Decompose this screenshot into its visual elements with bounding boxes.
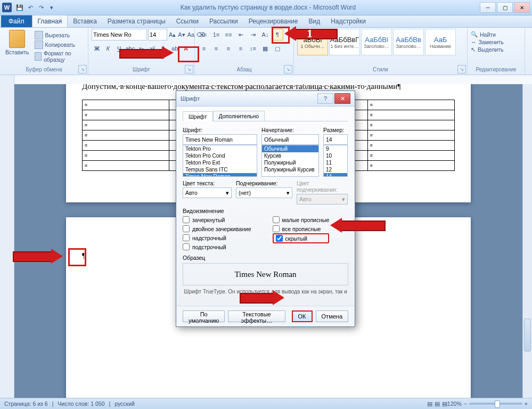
- vertical-ruler[interactable]: [0, 84, 14, 398]
- underline-select[interactable]: (нет)▾: [236, 187, 292, 198]
- list-item[interactable]: Полужирный Курсив: [262, 166, 318, 173]
- chk-smallcaps[interactable]: малые прописные: [273, 215, 330, 224]
- change-case-icon[interactable]: Aa: [187, 29, 195, 40]
- clipboard-launcher[interactable]: ↘: [78, 65, 87, 73]
- zoom-control[interactable]: 120% − +: [447, 400, 528, 407]
- list-item[interactable]: Курсив: [262, 152, 318, 159]
- chk-superscript[interactable]: надстрочный: [183, 233, 251, 242]
- vertical-scrollbar[interactable]: [522, 84, 532, 398]
- undo-icon[interactable]: ↶: [26, 3, 35, 12]
- tab-references[interactable]: Ссылки: [171, 15, 204, 27]
- cancel-button[interactable]: Отмена: [316, 310, 348, 322]
- tab-home[interactable]: Главная: [32, 15, 68, 27]
- dialog-help-button[interactable]: ?: [317, 93, 333, 104]
- styles-launcher[interactable]: ↘: [457, 65, 466, 73]
- replace-button[interactable]: ↔Заменить: [471, 39, 521, 45]
- horizontal-ruler[interactable]: [14, 75, 532, 85]
- font-name-input[interactable]: [183, 134, 257, 145]
- shading-icon[interactable]: ▦: [259, 43, 271, 54]
- justify-icon[interactable]: ≡: [235, 43, 247, 54]
- list-item[interactable]: 14: [324, 173, 347, 177]
- font-style-input[interactable]: [261, 134, 319, 145]
- dialog-close-button[interactable]: ✕: [334, 93, 350, 104]
- multilevel-icon[interactable]: ≡≡: [223, 29, 234, 40]
- tab-review[interactable]: Рецензирование: [243, 15, 304, 27]
- sort-icon[interactable]: A↓: [259, 29, 271, 40]
- bold-icon[interactable]: Ж: [92, 43, 102, 54]
- align-right-icon[interactable]: ≡: [223, 43, 234, 54]
- align-center-icon[interactable]: ≡: [210, 43, 222, 54]
- font-name-select[interactable]: [92, 29, 147, 40]
- list-item[interactable]: Tekton Pro Cond: [183, 152, 257, 159]
- italic-icon[interactable]: К: [103, 43, 113, 54]
- maximize-button[interactable]: ▢: [497, 2, 513, 13]
- borders-icon[interactable]: ▢: [272, 43, 283, 54]
- zoom-in-icon[interactable]: +: [525, 400, 528, 407]
- list-item[interactable]: Полужирный: [262, 159, 318, 166]
- tab-mailings[interactable]: Рассылки: [204, 15, 243, 27]
- qat-more-icon[interactable]: ▾: [47, 3, 56, 12]
- font-launcher[interactable]: ↘: [185, 65, 193, 73]
- status-page[interactable]: Страница: 6 из 6: [4, 400, 48, 407]
- paragraph-launcher[interactable]: ↘: [284, 65, 292, 73]
- format-painter-button[interactable]: Формат по образцу: [35, 50, 85, 63]
- chk-allcaps[interactable]: все прописные: [273, 224, 330, 233]
- numbering-icon[interactable]: 1≡: [210, 29, 222, 40]
- size-listbox[interactable]: 9 10 11 12 14: [323, 145, 348, 177]
- find-button[interactable]: 🔍Найти: [471, 31, 521, 38]
- grow-font-icon[interactable]: A▴: [168, 29, 176, 40]
- redo-icon[interactable]: ↷: [36, 3, 46, 12]
- font-color-select[interactable]: Авто▾: [183, 187, 232, 198]
- list-item[interactable]: Обычный: [262, 145, 318, 152]
- default-button[interactable]: По умолчанию: [183, 310, 225, 322]
- font-listbox[interactable]: Tekton Pro Tekton Pro Cond Tekton Pro Ex…: [183, 145, 257, 177]
- bullets-icon[interactable]: •≡: [198, 29, 210, 40]
- zoom-out-icon[interactable]: −: [464, 400, 467, 407]
- list-item[interactable]: Tekton Pro: [183, 145, 257, 152]
- view-read-icon[interactable]: ▤: [435, 400, 440, 407]
- list-item[interactable]: Tempus Sans ITC: [183, 166, 257, 173]
- style-listbox[interactable]: Обычный Курсив Полужирный Полужирный Кур…: [261, 145, 319, 177]
- tab-layout[interactable]: Разметка страницы: [102, 15, 171, 27]
- tab-view[interactable]: Вид: [303, 15, 325, 27]
- line-spacing-icon[interactable]: ↕≡: [247, 43, 259, 54]
- text-effects-button[interactable]: Текстовые эффекты…: [228, 310, 285, 322]
- chk-double-strike[interactable]: двойное зачеркивание: [183, 224, 251, 233]
- view-print-icon[interactable]: ▤: [427, 400, 432, 407]
- list-item[interactable]: 9: [324, 145, 347, 152]
- zoom-slider[interactable]: [469, 403, 522, 405]
- chk-hidden[interactable]: скрытый: [273, 233, 330, 243]
- style-heading2[interactable]: АаБбВвЗаголово…: [393, 29, 424, 55]
- paste-button[interactable]: Вставить: [3, 29, 31, 63]
- list-item[interactable]: 12: [324, 166, 347, 173]
- font-size-input[interactable]: [323, 134, 348, 145]
- tab-addins[interactable]: Надстройки: [325, 15, 371, 27]
- chk-subscript[interactable]: подстрочный: [183, 242, 251, 251]
- dialog-title-bar[interactable]: Шрифт ? ✕: [176, 91, 355, 107]
- tab-insert[interactable]: Вставка: [68, 15, 102, 27]
- chk-strike[interactable]: зачеркнутый: [183, 215, 251, 224]
- style-title[interactable]: АаБНазвание: [425, 29, 456, 55]
- status-language[interactable]: русский: [114, 400, 135, 407]
- dialog-tab-font[interactable]: Шрифт: [183, 111, 213, 121]
- file-tab[interactable]: Файл: [1, 15, 32, 27]
- list-item[interactable]: 10: [324, 152, 347, 159]
- save-icon[interactable]: 💾: [15, 3, 24, 12]
- style-heading1[interactable]: АаБбВіЗаголово…: [361, 29, 392, 55]
- close-button[interactable]: ✕: [514, 2, 530, 13]
- scrollbar-thumb[interactable]: [524, 318, 531, 351]
- outdent-icon[interactable]: ⇤: [235, 29, 247, 40]
- list-item[interactable]: 11: [324, 159, 347, 166]
- zoom-thumb[interactable]: [495, 400, 500, 408]
- align-left-icon[interactable]: ≡: [198, 43, 210, 54]
- cut-button[interactable]: Вырезать: [35, 31, 85, 39]
- dialog-tab-advanced[interactable]: Дополнительно: [213, 111, 265, 121]
- copy-button[interactable]: Копировать: [35, 40, 85, 49]
- indent-icon[interactable]: ⇥: [247, 29, 259, 40]
- ok-button[interactable]: ОК: [292, 310, 313, 322]
- font-size-select[interactable]: [148, 29, 167, 40]
- shrink-font-icon[interactable]: A▾: [177, 29, 185, 40]
- list-item[interactable]: Times New Roman: [183, 173, 257, 177]
- select-button[interactable]: ↖Выделить: [471, 46, 521, 53]
- view-web-icon[interactable]: ▤: [442, 400, 447, 407]
